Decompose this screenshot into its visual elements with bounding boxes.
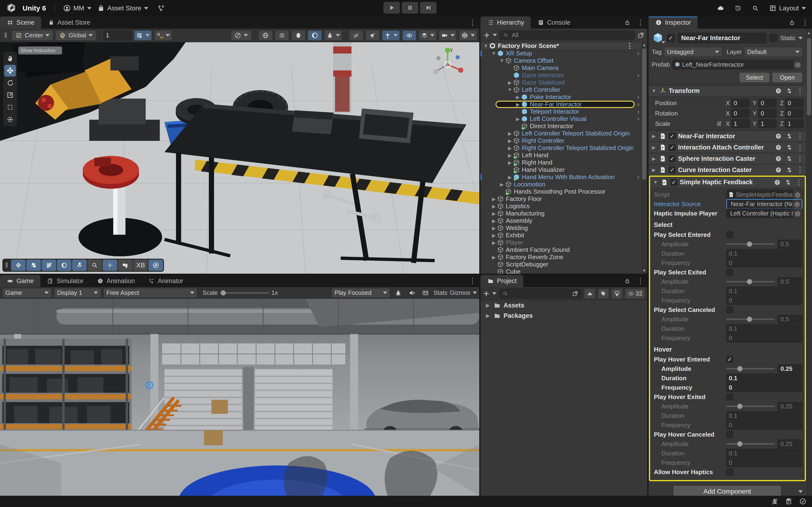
tab-console[interactable]: Console <box>531 16 577 29</box>
hierarchy-scene-row[interactable]: ▼Factory Floor Scene*⋮ <box>480 42 647 50</box>
presets-icon[interactable] <box>786 133 793 139</box>
tool-handle-rotation-dropdown[interactable]: Global <box>55 30 96 41</box>
game-target-dropdown[interactable]: Game <box>2 288 52 298</box>
component-header[interactable]: ▶#✓Sphere Interaction Caster?⋮ <box>649 153 806 164</box>
hierarchy-scrollbar[interactable]: ▲ ▼ <box>641 42 647 274</box>
foldout-arrow-icon[interactable]: ▶ <box>507 174 513 180</box>
grid-visibility-button[interactable]: Y <box>134 30 152 41</box>
help-icon[interactable]: ? <box>775 133 782 139</box>
transform-z-field[interactable]: 1 <box>785 119 804 128</box>
frame-capture-icon[interactable] <box>420 289 431 296</box>
presets-icon[interactable] <box>786 166 793 173</box>
transform-row-label[interactable]: Position <box>655 100 714 107</box>
hierarchy-item[interactable]: ▶Factory Floor <box>480 195 647 203</box>
lock-icon[interactable] <box>624 277 631 284</box>
hierarchy-item[interactable]: ▶Player <box>480 239 647 246</box>
tab-game[interactable]: Game <box>0 275 40 287</box>
prefab-object-field[interactable]: Left_NearFarInteractor ◎ <box>672 60 803 69</box>
slider-track[interactable] <box>726 406 775 407</box>
hierarchy-item[interactable]: ▶Factory Reverb Zone <box>480 253 647 261</box>
foldout-arrow-icon[interactable]: ▶ <box>491 233 497 238</box>
game-scale-slider[interactable] <box>220 292 269 294</box>
project-folder-row[interactable]: ▶Assets <box>480 300 647 311</box>
tab-simulator[interactable]: Simulator <box>40 275 90 287</box>
toggle-checkbox[interactable] <box>726 431 733 438</box>
foldout-arrow-icon[interactable]: ▶ <box>507 80 513 86</box>
tab-scene[interactable]: Scene <box>0 16 41 29</box>
tab-hierarchy[interactable]: Hierarchy <box>480 16 531 29</box>
component-enabled-checkbox[interactable]: ✓ <box>669 155 676 162</box>
lit-mode-button[interactable] <box>308 30 322 41</box>
hierarchy-item[interactable]: ▼Left Controller <box>480 86 647 94</box>
hierarchy-item[interactable]: Main Camera <box>480 64 647 72</box>
component-menu-icon[interactable]: ⋮ <box>795 179 802 186</box>
hidden-count-button[interactable]: 32 <box>625 288 645 299</box>
slider-track[interactable] <box>726 368 775 370</box>
hierarchy-item[interactable]: ScriptDebugger <box>480 261 647 268</box>
prefab-open-arrow-icon[interactable]: › <box>637 72 639 79</box>
foldout-arrow-icon[interactable]: ▶ <box>491 225 497 231</box>
debug-draw-mode-button[interactable] <box>324 30 342 41</box>
gizmos-toggle[interactable]: Gizmos <box>450 289 470 296</box>
project-menu-icon[interactable]: ⋮ <box>637 277 644 284</box>
view-hand-tool[interactable] <box>4 53 16 64</box>
layer-dropdown[interactable]: Default <box>744 47 803 57</box>
inspector-menu-icon[interactable]: ⋮ <box>802 19 809 26</box>
debugger-disabled-icon[interactable] <box>771 498 778 505</box>
slider-value-field[interactable]: 0.25 <box>777 402 802 411</box>
number-field[interactable]: 0 <box>726 259 802 267</box>
unlit-mode-button[interactable] <box>291 30 305 41</box>
wireframe-sphere-button[interactable] <box>258 30 272 41</box>
transform-y-field[interactable]: 0 <box>758 99 777 108</box>
foldout-arrow-icon[interactable]: ▶ <box>491 218 497 224</box>
effects-button[interactable] <box>382 30 400 41</box>
scene-tab-menu-icon[interactable]: ⋮ <box>469 19 476 26</box>
cloud-icon[interactable] <box>717 5 724 12</box>
rotate-tool[interactable] <box>4 77 16 89</box>
help-icon[interactable]: ? <box>774 179 781 186</box>
transform-tool[interactable] <box>4 114 16 125</box>
hierarchy-item[interactable]: Direct Interactor <box>480 122 647 130</box>
hierarchy-item[interactable]: ▶Logistics <box>480 203 647 210</box>
scene-orientation-gizmo[interactable]: y <box>430 47 465 82</box>
foldout-arrow-icon[interactable]: ▶ <box>485 313 491 319</box>
foldout-arrow-icon[interactable]: ▶ <box>491 196 497 202</box>
transform-y-field[interactable]: 1 <box>758 119 777 128</box>
layout-menu[interactable]: Layout <box>769 4 806 12</box>
scene-viewport[interactable]: Show Instruction <box>0 42 479 274</box>
tab-animation[interactable]: Animation <box>90 275 142 287</box>
amplitude-slider[interactable]: 0.25 <box>726 364 802 373</box>
foldout-arrow-icon[interactable]: ▼ <box>653 180 659 185</box>
gameobject-cube-icon[interactable] <box>652 32 664 44</box>
game-tab-menu-icon[interactable]: ⋮ <box>469 277 476 284</box>
number-field[interactable]: 0 <box>726 383 802 392</box>
scene-visibility-button[interactable] <box>402 30 416 41</box>
component-menu-icon[interactable]: ⋮ <box>797 87 804 94</box>
rect-tool[interactable] <box>4 101 16 113</box>
grid-size-field[interactable]: 1 <box>103 30 132 41</box>
cache-disabled-icon[interactable] <box>785 498 792 505</box>
transform-z-field[interactable]: 0 <box>785 109 804 118</box>
hierarchy-search-input[interactable]: All <box>499 30 635 40</box>
tab-inspector[interactable]: Inspector <box>649 16 698 29</box>
toolbar-drag-handle[interactable]: ‖ <box>2 32 9 40</box>
amplitude-slider[interactable]: 0.25 <box>726 439 802 448</box>
foldout-arrow-icon[interactable]: ▶ <box>507 138 513 144</box>
hierarchy-item[interactable]: ▶Locomotion <box>480 181 647 188</box>
prefab-open-arrow-icon[interactable]: › <box>637 101 639 108</box>
slider-value-field[interactable]: 0.25 <box>777 364 802 373</box>
slider-track[interactable] <box>726 281 775 282</box>
hierarchy-item[interactable]: ▶Right Hand <box>480 159 647 166</box>
xb-overlay-toggle[interactable]: XB <box>133 260 148 271</box>
tab-project[interactable]: Project <box>480 275 523 287</box>
scene-row-menu-icon[interactable]: ⋮ <box>626 42 633 49</box>
help-icon[interactable]: ? <box>775 166 782 173</box>
slider-value-field[interactable]: 0.5 <box>777 240 802 248</box>
help-icon[interactable]: ? <box>775 87 782 94</box>
prefab-open-arrow-icon[interactable]: › <box>637 108 639 115</box>
component-menu-icon[interactable]: ⋮ <box>797 155 804 162</box>
chevron-down-icon[interactable] <box>473 291 477 294</box>
foldout-arrow-icon[interactable]: ▶ <box>651 145 657 150</box>
presets-icon[interactable] <box>786 87 793 94</box>
active-checkbox[interactable]: ✓ <box>667 34 675 42</box>
